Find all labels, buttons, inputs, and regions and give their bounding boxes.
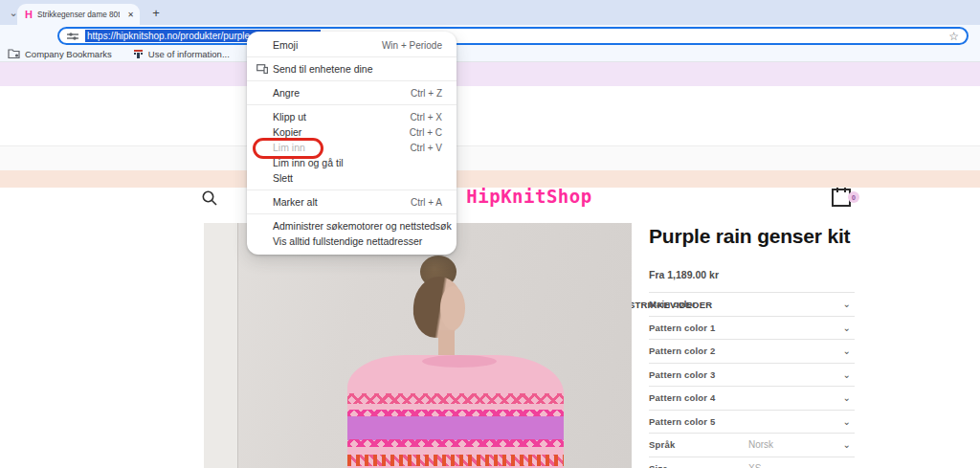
site-header: HipKnitShop 0: [0, 86, 980, 145]
model-face: [440, 286, 465, 330]
menu-item-klipp-ut[interactable]: Klipp ut Ctrl + X: [247, 109, 457, 124]
option-label: Språk: [649, 439, 675, 450]
option-label: Pattern color 4: [649, 392, 716, 403]
bookmark-use-of-information[interactable]: Use of information...: [133, 49, 230, 59]
menu-separator: [247, 189, 457, 190]
photo-wall-edge: [204, 223, 238, 468]
chevron-down-icon: ⌄: [843, 439, 851, 450]
breadcrumb: Hjem / Prod t: [0, 170, 980, 188]
bookmark-company-bookmarks[interactable]: Company Bookmarks: [8, 49, 112, 59]
tab-title: Strikkegenser dame 80tall | Pur: [37, 11, 120, 19]
option-label: Pattern color 3: [649, 369, 716, 380]
bookmark-label: Use of information...: [148, 49, 230, 59]
menu-item-send-to-devices[interactable]: Send til enhetene dine: [247, 61, 457, 77]
managed-folder-icon: [8, 49, 20, 58]
tab-favicon: H: [25, 9, 33, 20]
use-of-information-favicon: [133, 49, 144, 59]
menu-item-marker-alt[interactable]: Marker alt Ctrl + A: [247, 194, 457, 210]
product-price: Fra 1,189.00 kr: [649, 269, 855, 280]
menu-item-label: Angre: [273, 87, 300, 99]
chevron-down-icon: ⌄: [843, 392, 851, 403]
chevron-down-icon: ⌄: [843, 323, 851, 333]
chevron-down-icon: ⌄: [843, 345, 851, 356]
option-pattern-color-5[interactable]: Pattern color 5 ⌄: [649, 410, 855, 434]
option-sprak[interactable]: Språk Norsk ⌄: [649, 433, 855, 457]
menu-shortcut: Ctrl + X: [410, 112, 442, 123]
option-label: Pattern color 2: [649, 345, 716, 356]
option-label: Size: [649, 463, 668, 468]
option-label: Pattern color 1: [649, 323, 716, 333]
menu-shortcut: Ctrl + A: [411, 197, 442, 208]
menu-item-label: Emoji: [273, 39, 298, 51]
menu-shortcut: Ctrl + C: [410, 127, 442, 138]
pink-sweater: [347, 355, 564, 468]
sweater-magenta-band: [347, 416, 564, 440]
product-details: Purple rain genser kit Fra 1,189.00 kr M…: [649, 225, 855, 468]
chevron-down-icon: ⌄: [843, 416, 851, 427]
menu-item-label: Send til enhetene dine: [273, 63, 373, 75]
menu-item-label: Slett: [273, 172, 293, 184]
site-nav: IFTER TILBEHØR OG UTSTYR LEKER STRIKKEVI…: [0, 145, 980, 170]
address-bar[interactable]: https://hipknitshop.no/produkter/purple-…: [57, 27, 969, 45]
site-topbar: NO WORLDWIDE SHIPPING ØNSKELISTE LOGG IN…: [0, 62, 980, 86]
menu-shortcut: Ctrl + Z: [411, 88, 442, 99]
option-pattern-color-1[interactable]: Pattern color 1 ⌄: [649, 316, 855, 340]
option-pattern-color-3[interactable]: Pattern color 3 ⌄: [649, 363, 855, 387]
option-pattern-color-4[interactable]: Pattern color 4 ⌄: [649, 386, 855, 410]
menu-separator: [247, 213, 457, 214]
option-label: Pattern color 5: [649, 416, 716, 427]
bookmark-star-icon[interactable]: ☆: [948, 30, 959, 43]
tab-close-icon[interactable]: ✕: [127, 11, 134, 19]
sweater-motif-band: [347, 393, 564, 404]
menu-item-slett[interactable]: Slett: [247, 170, 457, 186]
bookmark-label: Company Bookmarks: [25, 49, 112, 59]
site-settings-icon[interactable]: [67, 32, 78, 41]
bookmarks-bar: Company Bookmarks Use of information... …: [0, 46, 980, 62]
option-size[interactable]: Size XS ⌄: [649, 457, 855, 468]
devices-icon: [256, 64, 273, 74]
menu-shortcut: Ctrl + V: [410, 143, 442, 153]
menu-separator: [247, 104, 457, 105]
option-value: XS: [748, 463, 761, 468]
sweater-zigzag-edge: [347, 439, 564, 447]
option-value: Norsk: [748, 439, 773, 450]
menu-separator: [247, 56, 457, 57]
menu-item-administrer-sokemotorer[interactable]: Administrer søkemotorer og nettstedsøk: [247, 218, 457, 234]
menu-item-label: Vis alltid fullstendige nettadresser: [273, 235, 422, 247]
menu-item-emoji[interactable]: Emoji Win + Periode: [247, 37, 457, 53]
menu-item-angre[interactable]: Angre Ctrl + Z: [247, 85, 457, 100]
option-pattern-color-2[interactable]: Pattern color 2 ⌄: [649, 339, 855, 363]
menu-item-label: Marker alt: [273, 196, 318, 208]
chevron-down-icon: ⌄: [843, 369, 851, 380]
menu-item-label: Kopier: [273, 126, 301, 138]
menu-item-label: Administrer søkemotorer og nettstedsøk: [273, 220, 452, 232]
menu-separator: [247, 80, 457, 81]
option-label: Main color: [649, 299, 697, 309]
option-main-color[interactable]: Main color ⌄: [649, 292, 855, 316]
sweater-orange-band: [347, 455, 564, 466]
sweater-neck-ribbing: [422, 355, 497, 368]
product-title: Purple rain genser kit: [649, 225, 855, 248]
menu-item-label: Klipp ut: [273, 111, 306, 123]
browser-tab[interactable]: H Strikkegenser dame 80tall | Pur ✕: [17, 4, 140, 25]
red-annotation-circle: [253, 138, 323, 159]
cart-badge: 0: [848, 191, 859, 203]
new-tab-button[interactable]: +: [148, 5, 164, 20]
tab-strip: ⌄ H Strikkegenser dame 80tall | Pur ✕ +: [0, 0, 980, 25]
chevron-down-icon: ⌄: [843, 463, 851, 468]
menu-shortcut: Win + Periode: [382, 40, 442, 51]
menu-item-vis-alltid-fullstendige[interactable]: Vis alltid fullstendige nettadresser: [247, 234, 457, 249]
chevron-down-icon: ⌄: [843, 299, 851, 309]
product-photo: [204, 223, 632, 468]
